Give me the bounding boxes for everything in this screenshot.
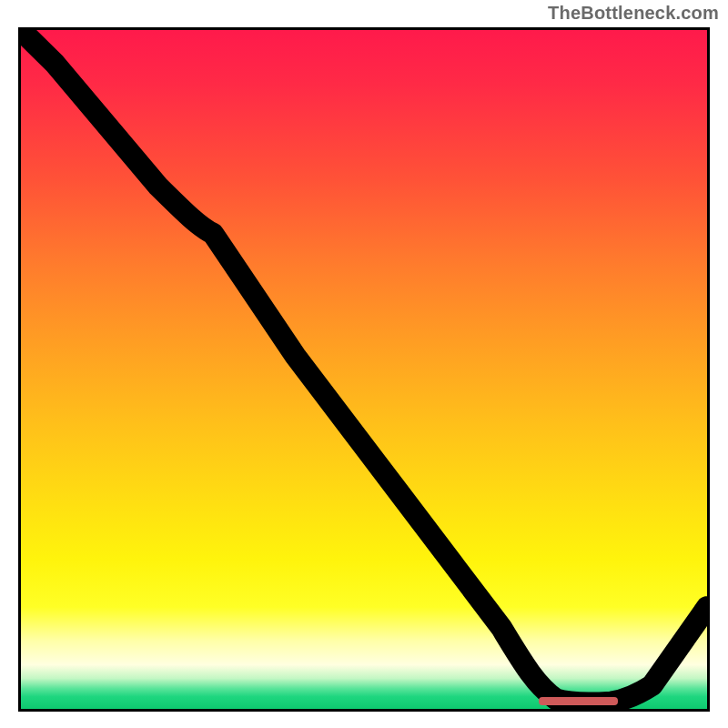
watermark-text: TheBottleneck.com [548, 3, 719, 24]
chart-wrap: TheBottleneck.com [0, 0, 728, 728]
curve-path [21, 30, 707, 703]
plot-area [18, 27, 710, 712]
optimal-range-marker [539, 697, 618, 705]
bottleneck-curve [21, 30, 707, 709]
